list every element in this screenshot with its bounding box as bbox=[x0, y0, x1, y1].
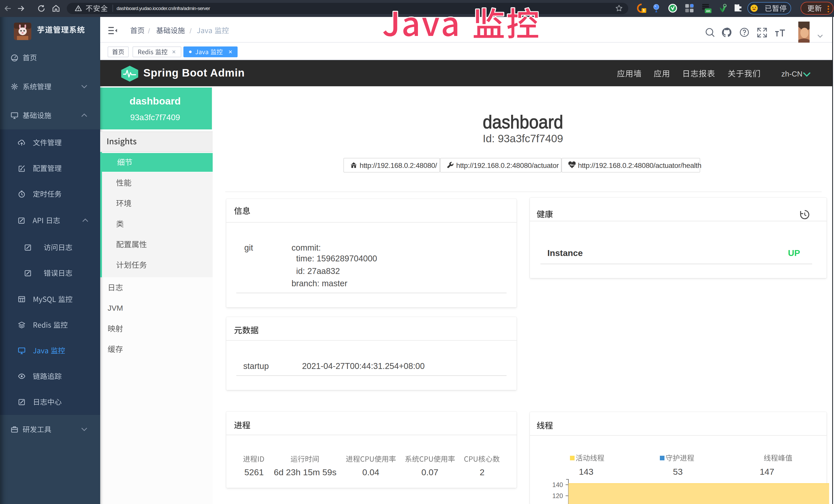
svg-text:on: on bbox=[706, 9, 710, 13]
